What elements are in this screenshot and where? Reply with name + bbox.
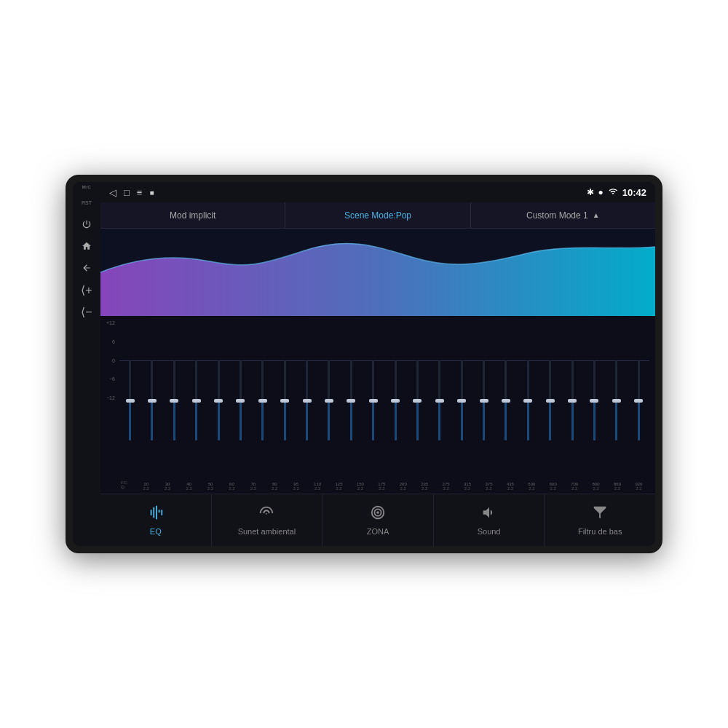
- tab-custom-mode[interactable]: Custom Mode 1 ▲: [471, 202, 655, 228]
- slider-col-600[interactable]: [539, 360, 561, 440]
- slider-track-860[interactable]: [615, 360, 617, 440]
- slider-track-700[interactable]: [571, 360, 574, 440]
- slider-col-315[interactable]: [451, 360, 472, 440]
- slider-col-95[interactable]: [274, 360, 296, 440]
- slider-handle-70[interactable]: [236, 399, 245, 403]
- slider-col-30[interactable]: [141, 360, 162, 440]
- slider-col-150[interactable]: [341, 360, 362, 440]
- slider-col-700[interactable]: [561, 360, 582, 440]
- slider-col-800[interactable]: [584, 360, 605, 440]
- slider-handle-920[interactable]: [634, 399, 643, 403]
- slider-handle-600[interactable]: [546, 399, 555, 403]
- slider-track-800[interactable]: [593, 360, 596, 440]
- home-nav-icon[interactable]: □: [124, 187, 130, 198]
- slider-col-860[interactable]: [606, 360, 627, 440]
- slider-handle-95[interactable]: [280, 399, 289, 403]
- scale-0: 0: [112, 358, 115, 363]
- slider-col-60[interactable]: [207, 360, 229, 440]
- slider-track-80[interactable]: [261, 360, 264, 440]
- q-label-110: 2.2: [314, 486, 320, 491]
- power-button[interactable]: [76, 214, 97, 234]
- back-sidebar-button[interactable]: [76, 258, 97, 278]
- q-label-800: 2.2: [593, 486, 598, 491]
- slider-col-80[interactable]: [252, 360, 273, 440]
- slider-handle-235[interactable]: [413, 399, 422, 403]
- slider-handle-700[interactable]: [568, 399, 577, 403]
- slider-track-125[interactable]: [328, 360, 330, 440]
- rst-button[interactable]: RST: [76, 192, 97, 213]
- slider-col-175[interactable]: [363, 360, 384, 440]
- slider-handle-275[interactable]: [435, 399, 444, 403]
- nav-item-sound[interactable]: Sound: [434, 494, 545, 546]
- slider-track-600[interactable]: [549, 360, 551, 440]
- slider-track-235[interactable]: [416, 360, 419, 440]
- slider-col-920[interactable]: [628, 360, 649, 440]
- slider-col-40[interactable]: [164, 360, 185, 440]
- zona-label: ZONA: [367, 527, 389, 536]
- slider-track-50[interactable]: [195, 360, 197, 440]
- nav-item-sunet-ambiental[interactable]: Sunet ambiental: [212, 494, 323, 546]
- slider-handle-150[interactable]: [347, 399, 355, 403]
- slider-track-110[interactable]: [306, 360, 308, 440]
- recent-nav-icon[interactable]: ■: [149, 189, 154, 197]
- slider-handle-315[interactable]: [457, 399, 466, 403]
- slider-track-375[interactable]: [483, 360, 485, 440]
- slider-col-125[interactable]: [318, 360, 339, 440]
- slider-track-40[interactable]: [173, 360, 175, 440]
- slider-col-50[interactable]: [186, 360, 207, 440]
- slider-handle-860[interactable]: [612, 399, 621, 403]
- slider-track-150[interactable]: [350, 360, 352, 440]
- nav-item-eq[interactable]: EQ: [100, 494, 212, 546]
- slider-track-60[interactable]: [218, 360, 220, 440]
- clock: 10:42: [622, 187, 646, 198]
- slider-track-435[interactable]: [505, 360, 507, 440]
- slider-handle-40[interactable]: [170, 399, 178, 403]
- home-sidebar-button[interactable]: [76, 236, 97, 256]
- tab-mod-implicit[interactable]: Mod implicit: [100, 202, 285, 228]
- slider-track-175[interactable]: [372, 360, 374, 440]
- label-110: 1102.2: [306, 480, 328, 491]
- slider-handle-20[interactable]: [126, 399, 135, 403]
- slider-col-235[interactable]: [407, 360, 428, 440]
- slider-handle-375[interactable]: [480, 399, 488, 403]
- slider-handle-110[interactable]: [303, 399, 312, 403]
- slider-handle-200[interactable]: [391, 399, 400, 403]
- slider-col-375[interactable]: [473, 360, 494, 440]
- slider-handle-175[interactable]: [369, 399, 378, 403]
- slider-track-315[interactable]: [461, 360, 463, 440]
- slider-col-275[interactable]: [429, 360, 450, 440]
- slider-track-200[interactable]: [395, 360, 397, 440]
- svg-point-2: [376, 511, 379, 514]
- slider-handle-60[interactable]: [214, 399, 223, 403]
- slider-track-920[interactable]: [638, 360, 640, 440]
- add-button[interactable]: ⟨+: [76, 280, 97, 300]
- slider-track-30[interactable]: [151, 360, 153, 440]
- back-nav-icon[interactable]: ◁: [109, 187, 116, 198]
- slider-handle-80[interactable]: [258, 399, 267, 403]
- nav-item-filtru-de-bas[interactable]: Filtru de bas: [545, 494, 655, 546]
- nav-item-zona[interactable]: ZONA: [323, 494, 434, 546]
- menu-nav-icon[interactable]: ≡: [137, 187, 143, 198]
- slider-track-70[interactable]: [240, 360, 242, 440]
- slider-track-95[interactable]: [284, 360, 286, 440]
- slider-track-500[interactable]: [527, 360, 529, 440]
- label-60: 602.2: [221, 480, 242, 491]
- slider-col-20[interactable]: [119, 360, 141, 440]
- slider-handle-50[interactable]: [192, 399, 201, 403]
- slider-track-20[interactable]: [129, 360, 131, 440]
- slider-track-275[interactable]: [438, 360, 440, 440]
- slider-col-200[interactable]: [384, 360, 405, 440]
- slider-handle-435[interactable]: [502, 399, 510, 403]
- slider-handle-30[interactable]: [148, 399, 157, 403]
- tab-scene-mode[interactable]: Scene Mode:Pop: [285, 202, 470, 228]
- slider-handle-800[interactable]: [590, 399, 598, 403]
- q-label-150: 2.2: [357, 486, 363, 491]
- slider-col-500[interactable]: [518, 360, 539, 440]
- q-label-700: 2.2: [571, 486, 577, 491]
- slider-handle-500[interactable]: [523, 399, 532, 403]
- settings-button[interactable]: ⟨−: [76, 301, 97, 322]
- slider-col-435[interactable]: [495, 360, 516, 440]
- slider-handle-125[interactable]: [325, 399, 333, 403]
- slider-col-110[interactable]: [296, 360, 317, 440]
- slider-col-70[interactable]: [230, 360, 251, 440]
